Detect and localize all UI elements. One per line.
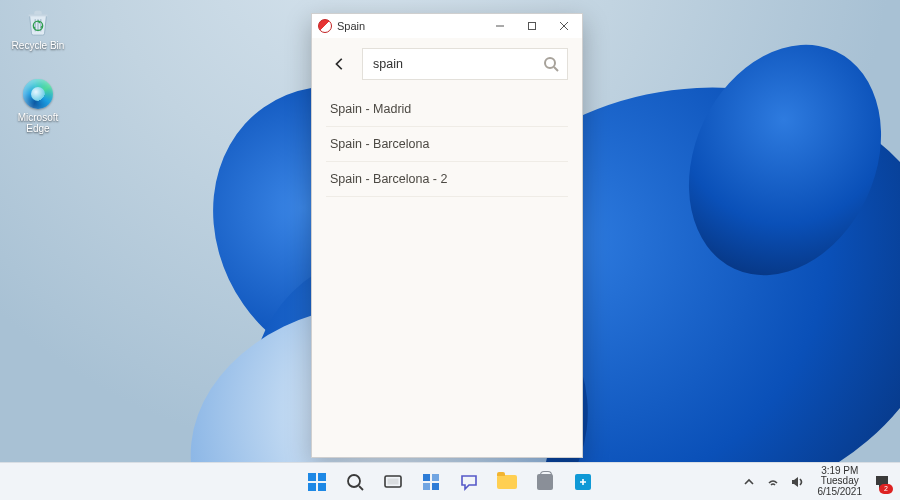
svg-point-2 xyxy=(545,58,555,68)
network-icon[interactable] xyxy=(766,475,780,489)
tray-overflow-icon[interactable] xyxy=(742,475,756,489)
clock-date: 6/15/2021 xyxy=(818,487,863,498)
desktop-icon-edge[interactable]: Microsoft Edge xyxy=(8,78,68,134)
window-title: Spain xyxy=(337,20,365,32)
recycle-bin-icon xyxy=(22,6,54,38)
chat-button[interactable] xyxy=(452,466,486,498)
widgets-icon xyxy=(421,472,441,492)
task-view-button[interactable] xyxy=(376,466,410,498)
pinned-app-button[interactable] xyxy=(566,466,600,498)
taskbar: 3:19 PM Tuesday 6/15/2021 2 xyxy=(0,462,900,500)
svg-rect-1 xyxy=(529,23,536,30)
search-box[interactable] xyxy=(362,48,568,80)
vpn-app-window: Spain Spain - Madrid Spain - Barce xyxy=(311,13,583,458)
chat-icon xyxy=(459,472,479,492)
windows-logo-icon xyxy=(308,473,326,491)
file-explorer-button[interactable] xyxy=(490,466,524,498)
system-tray[interactable] xyxy=(734,475,812,489)
search-row xyxy=(326,48,568,80)
app-tile-icon xyxy=(573,472,593,492)
search-icon xyxy=(543,56,559,72)
result-item[interactable]: Spain - Barcelona xyxy=(326,127,568,162)
task-view-icon xyxy=(383,472,403,492)
sound-icon[interactable] xyxy=(790,475,804,489)
store-button[interactable] xyxy=(528,466,562,498)
result-item[interactable]: Spain - Madrid xyxy=(326,92,568,127)
notifications-button[interactable]: 2 xyxy=(868,466,896,498)
taskbar-right: 3:19 PM Tuesday 6/15/2021 2 xyxy=(734,463,897,500)
taskbar-center xyxy=(300,466,600,498)
folder-icon xyxy=(497,475,517,489)
taskbar-clock[interactable]: 3:19 PM Tuesday 6/15/2021 xyxy=(812,466,869,498)
start-button[interactable] xyxy=(300,466,334,498)
back-button[interactable] xyxy=(326,49,354,79)
search-input[interactable] xyxy=(371,56,543,72)
desktop-icon-label: Microsoft Edge xyxy=(8,112,68,134)
desktop-icon-label: Recycle Bin xyxy=(12,40,65,51)
svg-rect-9 xyxy=(432,483,439,490)
svg-rect-5 xyxy=(388,478,399,484)
minimize-button[interactable] xyxy=(484,14,516,38)
app-icon xyxy=(318,19,332,33)
widgets-button[interactable] xyxy=(414,466,448,498)
taskbar-search-button[interactable] xyxy=(338,466,372,498)
notification-badge: 2 xyxy=(879,484,893,494)
svg-point-3 xyxy=(348,475,360,487)
store-icon xyxy=(537,474,553,490)
edge-icon xyxy=(22,78,54,110)
close-button[interactable] xyxy=(548,14,580,38)
svg-rect-6 xyxy=(423,474,430,481)
maximize-button[interactable] xyxy=(516,14,548,38)
search-icon xyxy=(345,472,365,492)
desktop-icon-recycle-bin[interactable]: Recycle Bin xyxy=(8,6,68,51)
titlebar[interactable]: Spain xyxy=(312,14,582,38)
search-results: Spain - Madrid Spain - Barcelona Spain -… xyxy=(326,92,568,197)
result-item[interactable]: Spain - Barcelona - 2 xyxy=(326,162,568,197)
app-body: Spain - Madrid Spain - Barcelona Spain -… xyxy=(312,38,582,457)
svg-rect-8 xyxy=(423,483,430,490)
svg-rect-7 xyxy=(432,474,439,481)
